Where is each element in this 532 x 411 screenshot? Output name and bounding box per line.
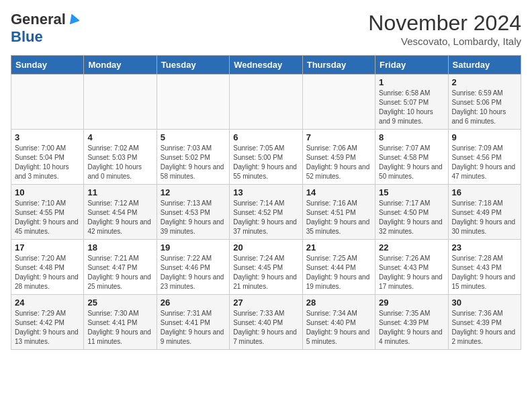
calendar-cell: 28Sunrise: 7:34 AM Sunset: 4:40 PM Dayli… [302,295,375,350]
day-info: Sunrise: 7:06 AM Sunset: 4:59 PM Dayligh… [306,144,371,181]
calendar-cell: 12Sunrise: 7:13 AM Sunset: 4:53 PM Dayli… [157,185,229,240]
calendar-cell [157,75,229,130]
day-number: 25 [87,298,152,308]
day-info: Sunrise: 6:58 AM Sunset: 5:07 PM Dayligh… [379,89,444,126]
day-number: 27 [233,298,298,308]
day-number: 21 [306,242,371,253]
calendar-cell: 5Sunrise: 7:03 AM Sunset: 5:02 PM Daylig… [157,130,229,185]
day-number: 8 [379,132,444,142]
calendar-cell: 17Sunrise: 7:20 AM Sunset: 4:48 PM Dayli… [11,240,84,295]
calendar-cell: 14Sunrise: 7:16 AM Sunset: 4:51 PM Dayli… [302,185,375,240]
day-number: 6 [233,132,298,142]
day-info: Sunrise: 7:17 AM Sunset: 4:50 PM Dayligh… [379,199,444,236]
calendar-cell: 23Sunrise: 7:28 AM Sunset: 4:43 PM Dayli… [448,240,521,295]
day-info: Sunrise: 7:20 AM Sunset: 4:48 PM Dayligh… [15,254,80,291]
day-number: 26 [161,298,226,308]
col-header-sunday: Sunday [11,56,84,75]
calendar-cell: 24Sunrise: 7:29 AM Sunset: 4:42 PM Dayli… [11,295,84,350]
logo-blue: Blue [11,28,43,45]
logo: General Blue [11,11,79,46]
calendar-cell: 21Sunrise: 7:25 AM Sunset: 4:44 PM Dayli… [302,240,375,295]
day-info: Sunrise: 7:13 AM Sunset: 4:53 PM Dayligh… [161,199,226,236]
day-number: 11 [87,187,152,197]
day-info: Sunrise: 7:30 AM Sunset: 4:41 PM Dayligh… [87,309,152,347]
calendar-cell: 27Sunrise: 7:33 AM Sunset: 4:40 PM Dayli… [230,295,302,350]
day-info: Sunrise: 7:35 AM Sunset: 4:39 PM Dayligh… [379,309,444,347]
day-number: 3 [15,132,80,142]
calendar-cell: 18Sunrise: 7:21 AM Sunset: 4:47 PM Dayli… [84,240,157,295]
calendar-cell: 26Sunrise: 7:31 AM Sunset: 4:41 PM Dayli… [157,295,229,350]
calendar-cell [302,75,375,130]
calendar-cell [230,75,302,130]
day-number: 12 [161,187,226,197]
day-info: Sunrise: 7:22 AM Sunset: 4:46 PM Dayligh… [161,254,226,291]
calendar-cell: 7Sunrise: 7:06 AM Sunset: 4:59 PM Daylig… [302,130,375,185]
day-number: 13 [233,187,298,197]
calendar-cell: 15Sunrise: 7:17 AM Sunset: 4:50 PM Dayli… [375,185,448,240]
calendar-cell: 1Sunrise: 6:58 AM Sunset: 5:07 PM Daylig… [375,75,448,130]
calendar-cell: 25Sunrise: 7:30 AM Sunset: 4:41 PM Dayli… [84,295,157,350]
day-number: 30 [452,298,517,308]
day-info: Sunrise: 7:21 AM Sunset: 4:47 PM Dayligh… [87,254,152,291]
calendar-cell: 13Sunrise: 7:14 AM Sunset: 4:52 PM Dayli… [230,185,302,240]
calendar-cell [84,75,157,130]
day-info: Sunrise: 7:24 AM Sunset: 4:45 PM Dayligh… [233,254,298,291]
calendar-cell: 22Sunrise: 7:26 AM Sunset: 4:43 PM Dayli… [375,240,448,295]
calendar-cell: 16Sunrise: 7:18 AM Sunset: 4:49 PM Dayli… [448,185,521,240]
col-header-saturday: Saturday [448,56,521,75]
calendar-cell: 4Sunrise: 7:02 AM Sunset: 5:03 PM Daylig… [84,130,157,185]
day-number: 22 [379,242,444,253]
day-info: Sunrise: 7:36 AM Sunset: 4:39 PM Dayligh… [452,309,517,347]
col-header-wednesday: Wednesday [230,56,302,75]
day-number: 4 [87,132,152,142]
day-info: Sunrise: 7:07 AM Sunset: 4:58 PM Dayligh… [379,144,444,181]
day-info: Sunrise: 7:14 AM Sunset: 4:52 PM Dayligh… [233,199,298,236]
day-info: Sunrise: 7:05 AM Sunset: 5:00 PM Dayligh… [233,144,298,181]
col-header-friday: Friday [375,56,448,75]
day-number: 5 [161,132,226,142]
day-info: Sunrise: 7:26 AM Sunset: 4:43 PM Dayligh… [379,254,444,291]
col-header-monday: Monday [84,56,157,75]
calendar-cell: 19Sunrise: 7:22 AM Sunset: 4:46 PM Dayli… [157,240,229,295]
calendar-cell: 11Sunrise: 7:12 AM Sunset: 4:54 PM Dayli… [84,185,157,240]
calendar-cell: 30Sunrise: 7:36 AM Sunset: 4:39 PM Dayli… [448,295,521,350]
day-number: 28 [306,298,371,308]
day-info: Sunrise: 7:16 AM Sunset: 4:51 PM Dayligh… [306,199,371,236]
calendar-cell: 6Sunrise: 7:05 AM Sunset: 5:00 PM Daylig… [230,130,302,185]
title-area: November 2024 Vescovato, Lombardy, Italy [368,11,521,47]
col-header-thursday: Thursday [302,56,375,75]
day-info: Sunrise: 7:02 AM Sunset: 5:03 PM Dayligh… [87,144,152,181]
day-number: 23 [452,242,517,253]
day-info: Sunrise: 7:03 AM Sunset: 5:02 PM Dayligh… [161,144,226,181]
day-info: Sunrise: 7:09 AM Sunset: 4:56 PM Dayligh… [452,144,517,181]
day-number: 2 [452,77,517,87]
header: General Blue November 2024 Vescovato, Lo… [11,11,521,47]
day-info: Sunrise: 7:25 AM Sunset: 4:44 PM Dayligh… [306,254,371,291]
calendar-cell: 20Sunrise: 7:24 AM Sunset: 4:45 PM Dayli… [230,240,302,295]
calendar-cell: 9Sunrise: 7:09 AM Sunset: 4:56 PM Daylig… [448,130,521,185]
calendar-cell: 2Sunrise: 6:59 AM Sunset: 5:06 PM Daylig… [448,75,521,130]
day-number: 15 [379,187,444,197]
day-info: Sunrise: 7:31 AM Sunset: 4:41 PM Dayligh… [161,309,226,347]
day-number: 19 [161,242,226,253]
day-info: Sunrise: 7:18 AM Sunset: 4:49 PM Dayligh… [452,199,517,236]
day-number: 17 [15,242,80,253]
calendar-cell: 29Sunrise: 7:35 AM Sunset: 4:39 PM Dayli… [375,295,448,350]
day-number: 18 [87,242,152,253]
month-title: November 2024 [368,11,521,36]
day-number: 14 [306,187,371,197]
day-number: 9 [452,132,517,142]
logo-arrow-icon [67,12,79,24]
day-info: Sunrise: 7:33 AM Sunset: 4:40 PM Dayligh… [233,309,298,347]
day-info: Sunrise: 7:10 AM Sunset: 4:55 PM Dayligh… [15,199,80,236]
logo-general: General [11,11,66,28]
location: Vescovato, Lombardy, Italy [368,36,521,47]
col-header-tuesday: Tuesday [157,56,229,75]
day-info: Sunrise: 7:12 AM Sunset: 4:54 PM Dayligh… [87,199,152,236]
day-info: Sunrise: 7:28 AM Sunset: 4:43 PM Dayligh… [452,254,517,291]
day-info: Sunrise: 6:59 AM Sunset: 5:06 PM Dayligh… [452,89,517,126]
day-info: Sunrise: 7:00 AM Sunset: 5:04 PM Dayligh… [15,144,80,181]
calendar-cell: 10Sunrise: 7:10 AM Sunset: 4:55 PM Dayli… [11,185,84,240]
calendar-table: SundayMondayTuesdayWednesdayThursdayFrid… [11,55,521,350]
day-number: 16 [452,187,517,197]
